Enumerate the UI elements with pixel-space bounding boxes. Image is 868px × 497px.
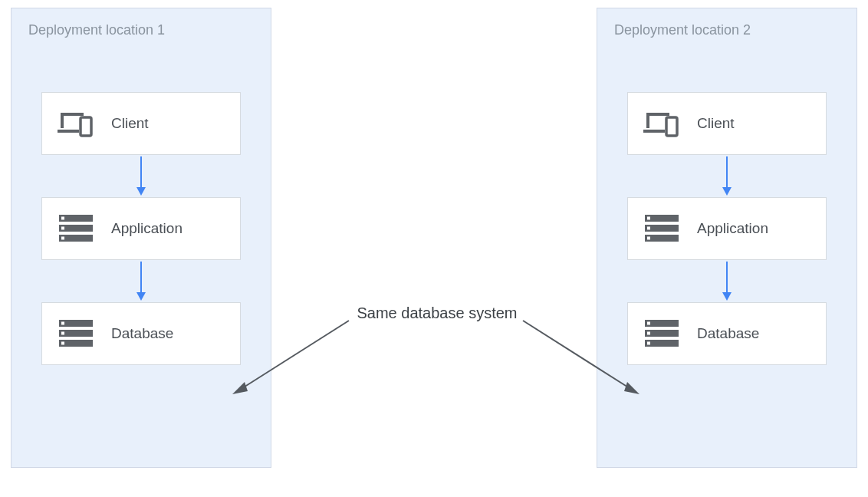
svg-rect-23 — [647, 227, 650, 230]
svg-marker-27 — [722, 292, 732, 301]
center-annotation: Same database system — [337, 303, 537, 323]
client-label: Client — [697, 115, 735, 132]
database-label: Database — [697, 325, 759, 342]
application-label: Application — [111, 220, 182, 237]
svg-rect-0 — [81, 117, 91, 136]
devices-icon — [58, 108, 94, 139]
database-node-1: Database — [41, 302, 241, 365]
svg-rect-31 — [647, 332, 650, 335]
client-node-2: Client — [627, 92, 827, 155]
svg-marker-35 — [232, 382, 248, 394]
svg-marker-10 — [136, 292, 146, 301]
annotation-arrow-left — [226, 313, 357, 401]
application-node-2: Application — [627, 197, 827, 260]
svg-rect-21 — [647, 217, 650, 220]
client-node-1: Client — [41, 92, 241, 155]
database-label: Database — [111, 325, 173, 342]
location-1-title: Deployment location 1 — [28, 22, 254, 38]
svg-rect-4 — [61, 217, 64, 220]
svg-line-36 — [523, 321, 632, 390]
application-node-1: Application — [41, 197, 241, 260]
annotation-arrow-right — [515, 313, 646, 401]
client-label: Client — [111, 115, 149, 132]
arrow-app-to-db — [41, 260, 241, 302]
svg-rect-29 — [647, 322, 650, 325]
svg-rect-17 — [666, 117, 677, 136]
svg-rect-16 — [61, 342, 64, 345]
svg-marker-19 — [722, 187, 732, 196]
server-icon — [58, 213, 94, 244]
svg-rect-12 — [61, 322, 64, 325]
svg-rect-6 — [61, 227, 64, 230]
svg-line-34 — [240, 321, 349, 390]
svg-rect-14 — [61, 332, 64, 335]
svg-rect-8 — [61, 237, 64, 240]
server-icon — [643, 318, 680, 349]
svg-rect-33 — [647, 342, 650, 345]
application-label: Application — [697, 220, 768, 237]
location-2-title: Deployment location 2 — [614, 22, 840, 38]
svg-rect-25 — [647, 237, 650, 240]
database-node-2: Database — [627, 302, 827, 365]
server-icon — [643, 213, 680, 244]
arrow-client-to-app — [627, 155, 827, 197]
svg-marker-2 — [136, 187, 146, 196]
svg-marker-37 — [624, 382, 639, 394]
server-icon — [58, 318, 94, 349]
arrow-client-to-app — [41, 155, 241, 197]
arrow-app-to-db — [627, 260, 827, 302]
devices-icon — [643, 108, 680, 139]
